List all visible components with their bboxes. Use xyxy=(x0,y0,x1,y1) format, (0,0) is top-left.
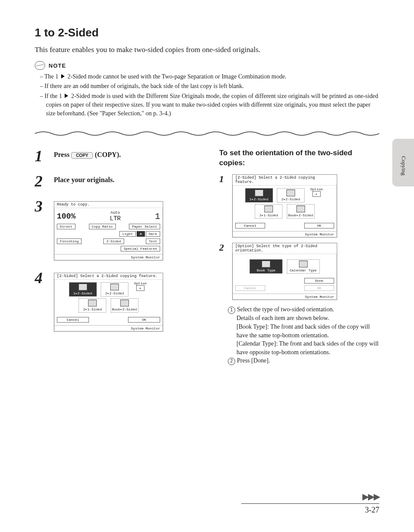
system-monitor-button[interactable]: System Monitor xyxy=(54,325,163,331)
calendar-icon xyxy=(299,261,308,268)
note-item: If there are an odd number of originals,… xyxy=(35,82,379,91)
auto-label: Auto xyxy=(111,211,120,215)
two-to-two-sided-button[interactable]: 2▸2-Sided xyxy=(101,282,128,297)
light-button[interactable]: Light xyxy=(119,231,136,237)
finishing-button[interactable]: Finishing xyxy=(57,238,82,244)
pages-icon xyxy=(79,284,87,290)
explain-line: Press [Done]. xyxy=(237,357,270,364)
done-button[interactable]: Done xyxy=(304,278,334,284)
step-text: Press COPY (COPY). xyxy=(54,148,195,164)
circled-2-icon: 2 xyxy=(228,358,235,365)
two-sided-button[interactable]: 2-Sided xyxy=(103,238,124,244)
copy-key-icon: COPY xyxy=(71,152,93,159)
substep-number: 1 xyxy=(219,174,227,238)
book-icon xyxy=(262,261,270,268)
ok-button[interactable]: OK xyxy=(128,317,160,323)
page-number: 3-27 xyxy=(35,506,379,515)
pages-icon xyxy=(255,189,263,196)
screen-title: [2-Sided] Select a 2-Sided copying featu… xyxy=(54,273,163,280)
intro-text: This feature enables you to make two-sid… xyxy=(35,46,379,54)
dark-button[interactable]: Dark xyxy=(146,231,160,237)
book-to-two-sided-button[interactable]: Book▸2-Sided xyxy=(287,204,315,219)
continue-arrows-icon: ▶▶▶ xyxy=(35,491,379,502)
one-to-two-sided-button[interactable]: 1▸2-Sided xyxy=(69,282,97,297)
step-number: 3 xyxy=(35,199,47,261)
system-monitor-button[interactable]: System Monitor xyxy=(54,254,163,260)
page-footer: ▶▶▶ 3-27 xyxy=(35,491,379,515)
substep-number: 2 xyxy=(219,243,227,300)
pages-icon xyxy=(110,284,119,290)
paper-select-button[interactable]: Paper Select xyxy=(129,224,160,229)
note-label: NOTE xyxy=(49,62,66,69)
explain-line: Select the type of two-sided orientation… xyxy=(237,306,334,313)
note-header: NOTE xyxy=(35,61,379,70)
direct-button[interactable]: Direct xyxy=(57,224,76,229)
explain-line: [Calendar Type]: The front and back side… xyxy=(228,339,379,356)
substep-2: 2 [Option] Select the type of 2-Sided or… xyxy=(219,243,379,300)
copy-ratio-button[interactable]: Copy Ratio xyxy=(89,224,116,229)
side-tab: Copying xyxy=(392,139,414,186)
two-sided-select-screen: [2-Sided] Select a 2-Sided copying featu… xyxy=(232,174,337,238)
system-monitor-button[interactable]: System Monitor xyxy=(233,294,337,300)
calendar-type-button[interactable]: Calendar Type xyxy=(287,259,320,274)
special-features-button[interactable]: Special Features xyxy=(121,246,160,251)
zoom-value: 100% xyxy=(57,212,76,221)
explanation-block: 1Select the type of two-sided orientatio… xyxy=(219,305,379,365)
wavy-divider-icon xyxy=(35,130,379,137)
side-tab-label: Copying xyxy=(400,156,407,176)
left-column: 1 Press COPY (COPY). 2 Place your origin… xyxy=(35,148,195,365)
step-number: 2 xyxy=(35,173,47,189)
right-column: To set the orientation of the two-sided … xyxy=(219,148,379,365)
book-to-two-sided-button[interactable]: Book▸2-Sided xyxy=(111,298,138,313)
option-button[interactable]: ▸ xyxy=(136,285,145,291)
screen-title: [Option] Select the type of 2-Sided orie… xyxy=(233,243,337,254)
pages-icon xyxy=(264,206,273,212)
cancel-button[interactable]: Cancel xyxy=(235,223,265,228)
pages-icon xyxy=(120,300,129,307)
cancel-button[interactable]: Cancel xyxy=(57,317,89,323)
step-1: 1 Press COPY (COPY). xyxy=(35,148,195,164)
option-label: Option xyxy=(134,281,147,285)
option-label: Option xyxy=(310,187,323,191)
note-list: The 1 2-Sided mode cannot be used with t… xyxy=(35,72,379,118)
system-monitor-button[interactable]: System Monitor xyxy=(233,231,337,237)
book-type-button[interactable]: Book Type xyxy=(250,259,283,274)
copy-qty: 1 xyxy=(155,212,160,222)
pencil-note-icon xyxy=(35,61,45,70)
copier-ready-screen: Ready to copy. 100% Auto LTR 1 xyxy=(54,201,163,261)
step-3: 3 Ready to copy. 100% Auto LTR 1 xyxy=(35,199,195,261)
two-to-one-sided-button[interactable]: 2▸1-Sided xyxy=(79,298,106,313)
subsection-heading: To set the orientation of the two-sided … xyxy=(219,148,379,168)
two-to-one-sided-button[interactable]: 2▸1-Sided xyxy=(255,204,283,219)
two-to-two-sided-button[interactable]: 2▸2-Sided xyxy=(277,188,305,202)
step-4: 4 [2-Sided] Select a 2-Sided copying fea… xyxy=(35,270,195,332)
step-number: 4 xyxy=(35,270,47,332)
pages-icon xyxy=(286,189,295,196)
triangle-right-icon xyxy=(65,94,68,98)
substep-1: 1 [2-Sided] Select a 2-Sided copying fea… xyxy=(219,174,379,238)
note-item: The 1 2-Sided mode cannot be used with t… xyxy=(35,72,379,81)
option-button[interactable]: ▸ xyxy=(312,191,321,197)
paper-size: LTR xyxy=(110,215,121,222)
explain-line: Details of each item are shown below. xyxy=(228,314,379,323)
step-text: Place your originals. xyxy=(54,173,195,189)
cancel-button[interactable]: Cancel xyxy=(235,285,265,291)
text-button[interactable]: Text xyxy=(146,238,160,244)
step-number: 1 xyxy=(35,148,47,164)
triangle-right-icon xyxy=(61,74,65,78)
explain-line: [Book Type]: The front and back sides of… xyxy=(228,323,379,339)
note-item: If the 1 2-Sided mode is used with the D… xyxy=(35,92,379,118)
orientation-option-screen: [Option] Select the type of 2-Sided orie… xyxy=(232,243,337,300)
density-a-button[interactable]: A xyxy=(137,231,145,237)
circled-1-icon: 1 xyxy=(228,307,235,314)
step-2: 2 Place your originals. xyxy=(35,173,195,189)
two-sided-select-screen: [2-Sided] Select a 2-Sided copying featu… xyxy=(54,273,163,332)
pages-icon xyxy=(296,206,305,212)
pages-icon xyxy=(88,300,97,307)
one-to-two-sided-button[interactable]: 1▸2-Sided xyxy=(245,188,273,202)
screen-title: Ready to copy. xyxy=(54,202,163,208)
screen-title: [2-Sided] Select a 2-Sided copying featu… xyxy=(233,175,337,186)
ok-button[interactable]: OK xyxy=(304,223,334,228)
ok-button[interactable]: OK xyxy=(304,285,334,291)
page-title: 1 to 2-Sided xyxy=(35,26,379,39)
